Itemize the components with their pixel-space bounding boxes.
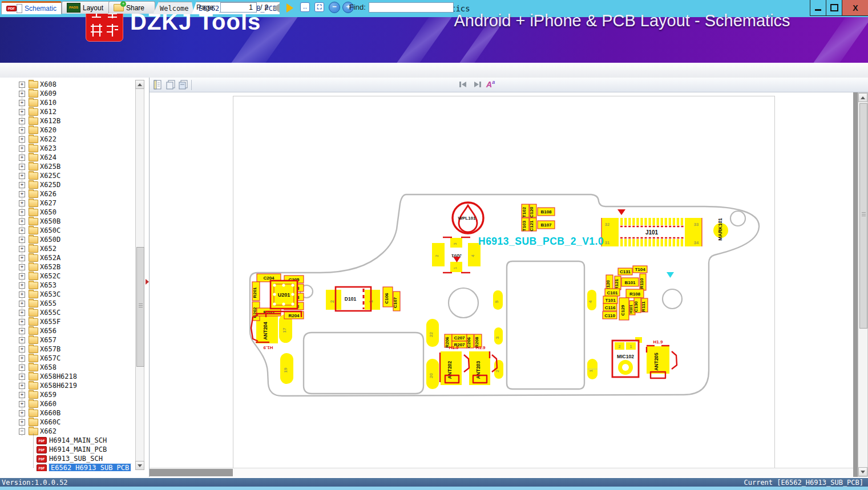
- tree-folder-X622[interactable]: +X622: [0, 135, 134, 144]
- prev-page-icon[interactable]: [273, 3, 280, 13]
- find-previous-icon[interactable]: [458, 80, 467, 91]
- horizontal-scrollbar-thumb[interactable]: [150, 469, 233, 476]
- expand-icon[interactable]: +: [19, 82, 25, 88]
- expand-icon[interactable]: +: [19, 91, 25, 97]
- splitter-collapse-icon[interactable]: [146, 279, 149, 285]
- tree-folder-X659[interactable]: +X659: [0, 390, 134, 399]
- tree-folder-X652C[interactable]: +X652C: [0, 272, 134, 281]
- tree-scrollbar[interactable]: [135, 80, 144, 469]
- tree-folder-X650B[interactable]: +X650B: [0, 217, 134, 226]
- view-scrollbar-thumb[interactable]: [859, 103, 867, 329]
- page-mode-icon[interactable]: [153, 80, 163, 92]
- two-page-icon[interactable]: [165, 80, 176, 92]
- tree-folder-X660B[interactable]: +X660B: [0, 408, 134, 418]
- tree-folder-X610[interactable]: +X610: [0, 98, 134, 107]
- tree-folder-X609[interactable]: +X609: [0, 89, 134, 98]
- tree-folder-X608[interactable]: +X608: [0, 80, 134, 89]
- expand-icon[interactable]: +: [19, 173, 25, 179]
- pdf-view[interactable]: 1719222053241ANT204ANT202ANT203ANT205243…: [150, 92, 853, 468]
- expand-icon[interactable]: +: [19, 301, 25, 307]
- expand-icon[interactable]: +: [19, 419, 25, 426]
- tree-scrollbar-thumb[interactable]: [136, 247, 144, 367]
- expand-icon[interactable]: +: [19, 118, 25, 124]
- tab-layout[interactable]: PADS Layout: [62, 1, 113, 14]
- tree-folder-X650C[interactable]: +X650C: [0, 226, 134, 235]
- tree-folder-X650[interactable]: +X650: [0, 208, 134, 217]
- tree-folder-X660[interactable]: +X660: [0, 399, 134, 408]
- tree-item-H6914_MAIN_SCH[interactable]: PDFH6914_MAIN_SCH: [0, 436, 134, 445]
- tree-folder-X653[interactable]: +X653: [0, 281, 134, 290]
- tree-folder-X623[interactable]: +X623: [0, 144, 134, 153]
- expand-icon[interactable]: +: [19, 237, 25, 243]
- view-scroll-up-icon[interactable]: [858, 93, 867, 102]
- expand-icon[interactable]: +: [19, 346, 25, 353]
- collapse-icon[interactable]: −: [19, 428, 25, 435]
- horizontal-scrollbar[interactable]: [150, 468, 853, 477]
- expand-icon[interactable]: +: [19, 155, 25, 161]
- tree-folder-X655[interactable]: +X655: [0, 299, 134, 308]
- tree-folder-X627[interactable]: +X627: [0, 199, 134, 208]
- tree-folder-X656[interactable]: +X656: [0, 326, 134, 335]
- tree-folder-X652[interactable]: +X652: [0, 244, 134, 253]
- view-scroll-down-icon[interactable]: [858, 467, 867, 476]
- expand-icon[interactable]: +: [19, 383, 25, 389]
- tree-folder-X658[interactable]: +X658: [0, 363, 134, 372]
- tree-folder-X626[interactable]: +X626: [0, 189, 134, 199]
- expand-icon[interactable]: +: [19, 365, 25, 371]
- tree-folder-X657C[interactable]: +X657C: [0, 354, 134, 363]
- tree-folder-X652A[interactable]: +X652A: [0, 253, 134, 262]
- expand-icon[interactable]: +: [19, 246, 25, 252]
- expand-icon[interactable]: +: [19, 319, 25, 325]
- expand-icon[interactable]: +: [19, 255, 25, 261]
- view-scrollbar[interactable]: [858, 92, 868, 477]
- expand-icon[interactable]: +: [19, 291, 25, 298]
- tree-folder-X620[interactable]: +X620: [0, 125, 134, 135]
- expand-icon[interactable]: +: [19, 355, 25, 362]
- expand-icon[interactable]: +: [19, 209, 25, 216]
- expand-icon[interactable]: +: [19, 374, 25, 380]
- tree-folder-X625D[interactable]: +X625D: [0, 180, 134, 189]
- close-button[interactable]: X: [842, 0, 868, 16]
- tree-folder-X624[interactable]: +X624: [0, 153, 134, 162]
- tree-folder-X652B[interactable]: +X652B: [0, 262, 134, 272]
- tree-item-E6562_H6913_SUB_PCB[interactable]: PDFE6562_H6913_SUB_PCB: [0, 463, 134, 471]
- expand-icon[interactable]: +: [19, 100, 25, 106]
- tree-item-H6913_SUB_SCH[interactable]: PDFH6913_SUB_SCH: [0, 454, 134, 463]
- tab-share[interactable]: Share: [108, 1, 155, 14]
- expand-icon[interactable]: +: [19, 182, 25, 188]
- tree-folder-X662[interactable]: −X662: [0, 427, 134, 436]
- expand-icon[interactable]: +: [19, 145, 25, 152]
- expand-icon[interactable]: +: [19, 191, 25, 197]
- expand-icon[interactable]: +: [19, 228, 25, 234]
- zoom-out-icon[interactable]: −: [329, 2, 340, 13]
- expand-icon[interactable]: +: [19, 410, 25, 416]
- tree-folder-X612[interactable]: +X612: [0, 107, 134, 116]
- tree-folder-X658H6219[interactable]: +X658H6219: [0, 381, 134, 390]
- expand-icon[interactable]: +: [19, 328, 25, 334]
- expand-icon[interactable]: +: [19, 273, 25, 280]
- find-next-icon[interactable]: [473, 80, 482, 91]
- tree-item-H6914_MAIN_PCB[interactable]: PDFH6914_MAIN_PCB: [0, 445, 134, 454]
- expand-icon[interactable]: +: [19, 264, 25, 270]
- tree-folder-X650D[interactable]: +X650D: [0, 235, 134, 244]
- tree-folder-X625C[interactable]: +X625C: [0, 171, 134, 180]
- tree-folder-X655F[interactable]: +X655F: [0, 317, 134, 326]
- scroll-down-icon[interactable]: [135, 461, 144, 470]
- expand-icon[interactable]: +: [19, 200, 25, 206]
- expand-icon[interactable]: +: [19, 310, 25, 316]
- expand-icon[interactable]: +: [19, 136, 25, 143]
- tree-folder-X655C[interactable]: +X655C: [0, 308, 134, 317]
- expand-icon[interactable]: +: [19, 218, 25, 225]
- tree-folder-X653C[interactable]: +X653C: [0, 290, 134, 299]
- expand-icon[interactable]: +: [19, 401, 25, 407]
- next-page-icon[interactable]: [286, 3, 293, 13]
- expand-icon[interactable]: +: [19, 127, 25, 133]
- tree-folder-X612B[interactable]: +X612B: [0, 116, 134, 125]
- find-input[interactable]: [369, 2, 454, 13]
- multi-page-icon[interactable]: [178, 80, 188, 92]
- font-case-icon[interactable]: Aa: [486, 79, 495, 89]
- tree-folder-X660C[interactable]: +X660C: [0, 418, 134, 427]
- doc-tab-welcome[interactable]: Welcome: [153, 2, 194, 14]
- fit-width-icon[interactable]: ↔: [300, 2, 310, 12]
- expand-icon[interactable]: +: [19, 392, 25, 398]
